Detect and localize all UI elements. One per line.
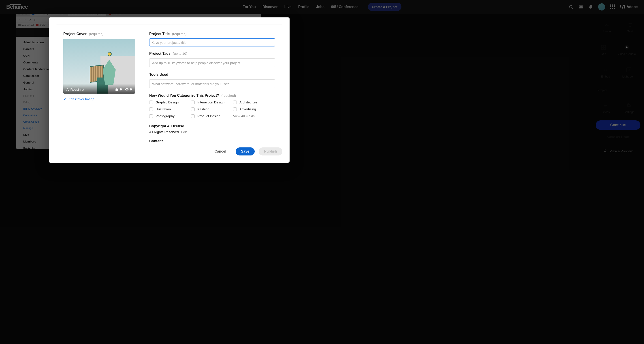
edit-cover-link[interactable]: Edit Cover Image bbox=[63, 97, 135, 101]
publish-button[interactable]: Publish bbox=[259, 148, 282, 156]
license-value: All Rights Reserved bbox=[149, 130, 179, 134]
verified-icon: ⊙ bbox=[82, 88, 84, 91]
project-tags-input[interactable] bbox=[149, 58, 275, 67]
cancel-button[interactable]: Cancel bbox=[209, 148, 231, 156]
category-checkbox[interactable]: Graphic Design bbox=[149, 100, 191, 104]
likes-count: 0 bbox=[115, 88, 122, 91]
tags-hint: (up to 10) bbox=[173, 52, 187, 55]
categorize-label: How Would You Categorize This Project? bbox=[149, 94, 219, 97]
category-checkbox[interactable]: Product Design bbox=[191, 114, 233, 118]
required-hint: (required) bbox=[221, 94, 236, 97]
eye-icon bbox=[125, 87, 129, 91]
tools-used-label: Tools Used bbox=[149, 73, 168, 76]
project-title-label: Project Title bbox=[149, 32, 170, 36]
license-edit-link[interactable]: Edit bbox=[181, 130, 187, 134]
required-hint: (required) bbox=[172, 32, 186, 36]
category-checkbox[interactable]: Photography bbox=[149, 114, 191, 118]
cover-author: Al Rossin bbox=[66, 88, 80, 91]
project-cover-label: Project Cover bbox=[63, 32, 86, 36]
pencil-icon bbox=[63, 97, 67, 101]
view-all-fields-link[interactable]: View All Fields... bbox=[233, 114, 275, 118]
category-checkbox[interactable]: Illustration bbox=[149, 107, 191, 111]
tools-used-input[interactable] bbox=[149, 79, 275, 88]
save-button[interactable]: Save bbox=[236, 148, 255, 156]
project-title-input[interactable] bbox=[149, 39, 275, 46]
category-checkbox[interactable]: Fashion bbox=[191, 107, 233, 111]
required-hint: (required) bbox=[89, 32, 104, 36]
copyright-label: Copyright & License bbox=[149, 124, 275, 128]
project-tags-label: Project Tags bbox=[149, 52, 170, 55]
category-checkbox[interactable]: Interaction Design bbox=[191, 100, 233, 104]
content-label: Content bbox=[149, 139, 275, 142]
thumbs-up-icon bbox=[115, 88, 119, 91]
category-checkbox[interactable]: Architecture bbox=[233, 100, 275, 104]
cover-image-preview[interactable]: Al Rossin ⊙ 0 0 bbox=[63, 39, 135, 94]
category-checkbox[interactable]: Advertising bbox=[233, 107, 275, 111]
project-settings-modal: Project Cover (required) Al Rossin ⊙ bbox=[49, 17, 290, 163]
views-count: 0 bbox=[125, 87, 132, 91]
